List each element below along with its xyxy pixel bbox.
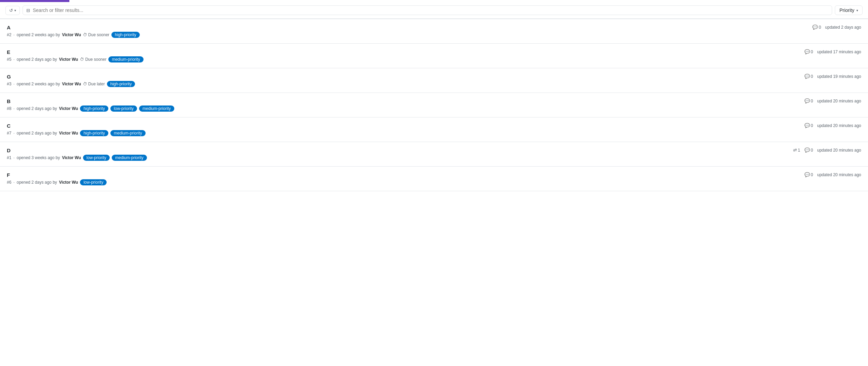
comment-count: 💬 0 — [804, 147, 813, 153]
issue-updated: updated 20 minutes ago — [817, 123, 861, 128]
comment-icon: 💬 — [804, 49, 810, 54]
issue-list: A #2 · opened 2 weeks ago by Victor Wu ⏱… — [0, 19, 868, 191]
list-item[interactable]: B #8 · opened 2 days ago by Victor Wu hi… — [0, 93, 868, 117]
comment-count: 💬 0 — [804, 74, 813, 79]
filter-icon: ⊟ — [26, 8, 30, 13]
priority-button[interactable]: Priority ▾ — [835, 5, 863, 15]
comment-icon: 💬 — [804, 147, 810, 153]
issue-content: F #6 · opened 2 days ago by Victor Wu lo… — [7, 172, 793, 185]
label-badge: medium-priority — [139, 105, 174, 112]
history-chevron: ▾ — [14, 9, 16, 12]
issue-number: #3 — [7, 82, 11, 86]
pr-icon: ⇄ — [793, 147, 797, 153]
issue-meta: #7 · opened 2 days ago by Victor Wu high… — [7, 130, 793, 136]
priority-label: Priority — [839, 8, 854, 13]
clock-icon: ⏱ — [83, 32, 87, 37]
issue-updated: updated 20 minutes ago — [817, 172, 861, 177]
issue-meta: #3 · opened 2 weeks ago by Victor Wu ⏱ D… — [7, 81, 793, 87]
issue-number: #5 — [7, 57, 11, 62]
issue-updated: updated 2 days ago — [825, 25, 861, 30]
label-badge: high-priority — [80, 105, 108, 112]
pr-count: ⇄ 1 — [793, 147, 800, 153]
comment-icon: 💬 — [804, 74, 810, 79]
issue-number: #1 — [7, 155, 11, 160]
issue-content: C #7 · opened 2 days ago by Victor Wu hi… — [7, 123, 793, 136]
issue-title: A — [7, 25, 793, 30]
issue-author: Victor Wu — [59, 106, 78, 111]
issue-separator: · — [13, 32, 14, 37]
issue-author: Victor Wu — [59, 57, 78, 62]
issue-updated: updated 20 minutes ago — [817, 148, 861, 153]
issue-author: Victor Wu — [59, 180, 78, 185]
clock-icon: ⏱ — [80, 57, 84, 62]
list-item[interactable]: E #5 · opened 2 days ago by Victor Wu ⏱ … — [0, 44, 868, 68]
issue-separator: · — [13, 155, 14, 160]
issue-separator: · — [13, 131, 14, 136]
issue-content: D #1 · opened 3 weeks ago by Victor Wu l… — [7, 147, 793, 161]
issue-number: #7 — [7, 131, 11, 136]
issue-number: #8 — [7, 106, 11, 111]
issue-content: E #5 · opened 2 days ago by Victor Wu ⏱ … — [7, 49, 793, 62]
issue-stats: 💬 0 — [804, 123, 813, 128]
issue-updated: updated 17 minutes ago — [817, 50, 861, 54]
comment-icon: 💬 — [804, 98, 810, 103]
list-item[interactable]: C #7 · opened 2 days ago by Victor Wu hi… — [0, 117, 868, 142]
comment-count: 💬 0 — [804, 49, 813, 54]
toolbar: ↺ ▾ ⊟ Priority ▾ — [0, 2, 868, 19]
issue-number: #2 — [7, 32, 11, 37]
issue-title: D — [7, 147, 793, 153]
issue-updated: updated 19 minutes ago — [817, 74, 861, 79]
comment-count: 💬 0 — [812, 25, 821, 30]
issue-title: B — [7, 98, 793, 104]
issue-stats: ⇄ 1 💬 0 — [793, 147, 813, 153]
issue-right: 💬 0 updated 20 minutes ago — [793, 172, 861, 177]
issue-meta: #1 · opened 3 weeks ago by Victor Wu low… — [7, 155, 793, 161]
comment-count: 💬 0 — [804, 98, 813, 103]
issue-opened: opened 2 days ago by — [17, 131, 57, 136]
list-item[interactable]: F #6 · opened 2 days ago by Victor Wu lo… — [0, 167, 868, 191]
issue-author: Victor Wu — [62, 155, 81, 160]
issue-content: A #2 · opened 2 weeks ago by Victor Wu ⏱… — [7, 25, 793, 38]
issue-opened: opened 2 days ago by — [17, 57, 57, 62]
issue-right: 💬 0 updated 20 minutes ago — [793, 123, 861, 128]
issue-right: 💬 0 updated 20 minutes ago — [793, 98, 861, 103]
priority-chevron: ▾ — [856, 9, 858, 12]
comment-count: 💬 0 — [804, 123, 813, 128]
history-icon: ↺ — [9, 8, 13, 13]
issue-separator: · — [13, 106, 14, 111]
list-item[interactable]: A #2 · opened 2 weeks ago by Victor Wu ⏱… — [0, 19, 868, 44]
issue-title: G — [7, 74, 793, 80]
issue-right: 💬 0 updated 19 minutes ago — [793, 74, 861, 79]
issue-meta: #2 · opened 2 weeks ago by Victor Wu ⏱ D… — [7, 32, 793, 38]
issue-title: F — [7, 172, 793, 178]
comment-count: 💬 0 — [804, 172, 813, 177]
due-badge: ⏱ Due sooner — [83, 32, 109, 37]
comment-icon: 💬 — [812, 25, 818, 30]
issue-separator: · — [13, 180, 14, 185]
comment-icon: 💬 — [804, 172, 810, 177]
history-button[interactable]: ↺ ▾ — [5, 6, 20, 15]
label-badge: high-priority — [107, 81, 135, 87]
issue-title: E — [7, 49, 793, 55]
issue-title: C — [7, 123, 793, 129]
issue-stats: 💬 0 — [804, 49, 813, 54]
issue-right: ⇄ 1 💬 0 updated 20 minutes ago — [793, 147, 861, 153]
issue-stats: 💬 0 — [812, 25, 821, 30]
issue-right: 💬 0 updated 2 days ago — [793, 25, 861, 30]
label-badge: medium-priority — [108, 56, 144, 62]
issue-opened: opened 2 weeks ago by — [17, 32, 60, 37]
issue-meta: #5 · opened 2 days ago by Victor Wu ⏱ Du… — [7, 56, 793, 62]
issue-stats: 💬 0 — [804, 74, 813, 79]
due-badge: ⏱ Due sooner — [80, 57, 106, 62]
list-item[interactable]: G #3 · opened 2 weeks ago by Victor Wu ⏱… — [0, 68, 868, 93]
issue-stats: 💬 0 — [804, 98, 813, 103]
label-badge: low-priority — [83, 155, 110, 161]
due-badge: ⏱ Due later — [83, 82, 105, 86]
list-item[interactable]: D #1 · opened 3 weeks ago by Victor Wu l… — [0, 142, 868, 167]
issue-content: B #8 · opened 2 days ago by Victor Wu hi… — [7, 98, 793, 112]
issue-opened: opened 2 weeks ago by — [17, 82, 60, 86]
search-input[interactable] — [33, 8, 828, 13]
label-badge: medium-priority — [112, 155, 147, 161]
issue-author: Victor Wu — [62, 32, 81, 37]
label-badge: medium-priority — [110, 130, 146, 136]
